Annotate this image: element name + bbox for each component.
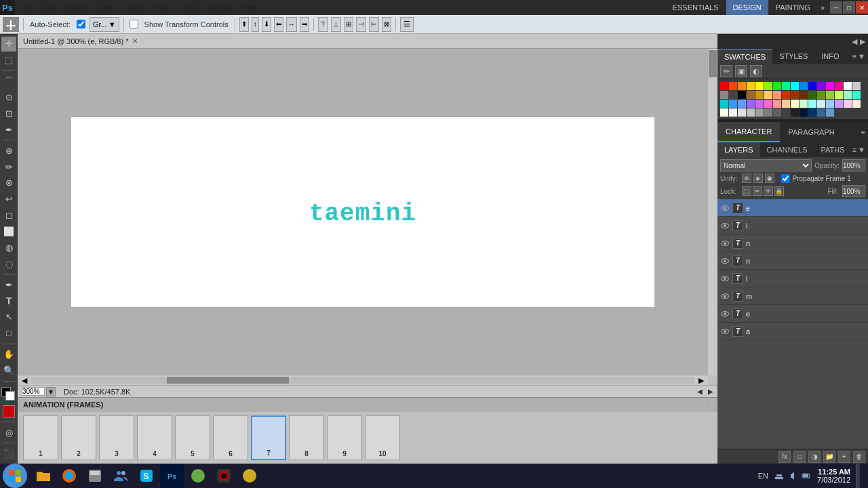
unify-position-icon[interactable]: ⊕ xyxy=(742,174,751,183)
swatch-item[interactable] xyxy=(720,82,728,90)
swatch-item[interactable] xyxy=(852,82,861,90)
align-left[interactable]: ⬅ xyxy=(274,17,283,32)
layer-item[interactable]: T m xyxy=(717,287,868,305)
propagate-checkbox[interactable] xyxy=(781,174,790,183)
canvas-hscroll-thumb[interactable] xyxy=(167,377,289,384)
zoom-input[interactable] xyxy=(22,387,45,396)
canvas-hscrollbar[interactable]: ◀ ▶ xyxy=(18,375,708,385)
layer-eye-icon[interactable] xyxy=(720,291,730,301)
arrange-btn[interactable]: ☰ xyxy=(400,17,414,32)
align-top[interactable]: ⬆ xyxy=(239,17,249,32)
animation-collapse[interactable]: ▼ xyxy=(705,401,712,409)
swatch-item[interactable] xyxy=(791,108,799,117)
swatch-item[interactable] xyxy=(773,91,781,99)
align-bottom[interactable]: ⬇ xyxy=(262,17,271,32)
taskbar-people[interactable] xyxy=(108,464,133,488)
taskbar-itunes[interactable] xyxy=(212,464,236,488)
swatch-item[interactable] xyxy=(835,100,843,108)
swatches-brush-icon[interactable]: ✏ xyxy=(720,65,732,77)
lock-all-icon[interactable]: 🔒 xyxy=(774,186,784,196)
layer-item[interactable]: T n xyxy=(717,252,868,270)
layers-fx-icon[interactable]: fx xyxy=(778,451,791,463)
menu-window[interactable]: Window xyxy=(202,0,238,15)
fill-input[interactable] xyxy=(842,185,865,197)
swatch-item[interactable] xyxy=(800,82,808,90)
maximize-button[interactable]: □ xyxy=(843,1,855,14)
hscroll-right[interactable]: ▶ xyxy=(694,376,708,385)
tab-styles[interactable]: STYLES xyxy=(772,49,814,64)
swatch-item[interactable] xyxy=(782,82,790,90)
zoom-options[interactable]: ▼ xyxy=(46,387,56,396)
taskbar-photoshop[interactable]: Ps xyxy=(160,464,184,488)
crop-tool-icon[interactable]: ⊡ xyxy=(1,106,16,121)
layer-item[interactable]: T n xyxy=(717,235,868,252)
taskbar-app1[interactable] xyxy=(186,464,210,488)
layer-eye-icon[interactable] xyxy=(720,327,730,336)
swatch-item[interactable] xyxy=(808,100,816,108)
lasso-tool-icon[interactable]: ⌒ xyxy=(1,74,16,89)
dodge-tool-icon[interactable]: ◌ xyxy=(1,256,16,271)
swatch-item[interactable] xyxy=(747,82,755,90)
auto-select-dropdown[interactable]: Gr... ▼ xyxy=(90,17,119,32)
animation-options[interactable]: ≡ xyxy=(699,401,703,409)
swatch-item[interactable] xyxy=(755,82,764,90)
swatch-item[interactable] xyxy=(773,100,781,108)
tab-channels[interactable]: CHANNELS xyxy=(760,142,814,157)
layers-delete-icon[interactable]: 🗑 xyxy=(853,451,865,463)
path-select-icon[interactable]: ↖ xyxy=(1,310,16,325)
swatch-item[interactable] xyxy=(738,91,746,99)
swatch-item[interactable] xyxy=(800,91,808,99)
swatch-item[interactable] xyxy=(800,108,808,117)
swatch-item[interactable] xyxy=(747,91,755,99)
layer-item[interactable]: T i xyxy=(717,270,868,287)
animation-frame[interactable]: 7 xyxy=(251,415,286,460)
blur-tool-icon[interactable]: ◍ xyxy=(1,241,16,256)
lock-position-icon[interactable]: ✛ xyxy=(764,186,773,196)
workspace-essentials[interactable]: ESSENTIALS xyxy=(666,0,726,15)
swatch-item[interactable] xyxy=(817,108,825,117)
swatch-item[interactable] xyxy=(808,82,816,90)
align-vcenter[interactable]: ↕ xyxy=(252,17,259,32)
text-tool-icon[interactable]: T xyxy=(1,293,16,308)
swatches-collapse-icon[interactable]: ▼ xyxy=(858,52,865,60)
swatch-item[interactable] xyxy=(844,100,852,108)
menu-filter[interactable]: Filter xyxy=(150,0,176,15)
layers-adj-icon[interactable]: ◑ xyxy=(808,451,821,463)
clone-stamp-icon[interactable]: ⊗ xyxy=(1,176,16,190)
swatch-item[interactable] xyxy=(817,91,825,99)
tab-layers[interactable]: LAYERS xyxy=(717,142,760,157)
swatch-item[interactable] xyxy=(720,91,728,99)
swatch-item[interactable] xyxy=(844,82,852,90)
align-right[interactable]: ➡ xyxy=(300,17,309,32)
layer-eye-icon[interactable] xyxy=(720,221,730,230)
tab-swatches[interactable]: SWATCHES xyxy=(717,49,772,64)
swatch-item[interactable] xyxy=(817,100,825,108)
swatch-item[interactable] xyxy=(729,91,737,99)
animation-frame[interactable]: 9 xyxy=(327,415,362,460)
distrib-hcenter[interactable]: ⊢ xyxy=(369,17,379,32)
workspace-painting[interactable]: PAINTING xyxy=(769,0,818,15)
tab-paths[interactable]: PATHS xyxy=(814,142,852,157)
layers-options-icon[interactable]: ≡ xyxy=(852,146,856,154)
distrib-bottom[interactable]: ⊞ xyxy=(344,17,353,32)
swatch-item[interactable] xyxy=(808,91,816,99)
brush-tool-icon[interactable]: ✏ xyxy=(1,159,16,174)
distrib-vcenter[interactable]: ⊥ xyxy=(331,17,341,32)
align-hcenter[interactable]: ↔ xyxy=(286,17,297,32)
taskbar-calculator[interactable] xyxy=(83,464,107,488)
swatch-item[interactable] xyxy=(764,91,772,99)
taskbar-show-desktop[interactable] xyxy=(856,464,860,488)
swatch-item[interactable] xyxy=(791,100,799,108)
layer-item[interactable]: T e xyxy=(717,305,868,323)
panel-expand-icon[interactable]: ▶ xyxy=(860,37,865,46)
layer-eye-icon[interactable] xyxy=(720,274,730,283)
workspace-design[interactable]: DESIGN xyxy=(726,0,769,15)
swatch-item[interactable] xyxy=(800,100,808,108)
swatch-item[interactable] xyxy=(747,100,755,108)
swatch-item[interactable] xyxy=(755,100,764,108)
swatch-item[interactable] xyxy=(852,91,861,99)
workspace-more[interactable]: » xyxy=(818,2,827,13)
animation-frame[interactable]: 8 xyxy=(289,415,324,460)
eyedropper-icon[interactable]: ✒ xyxy=(1,122,16,137)
gradient-tool-icon[interactable]: ⬜ xyxy=(1,224,16,239)
